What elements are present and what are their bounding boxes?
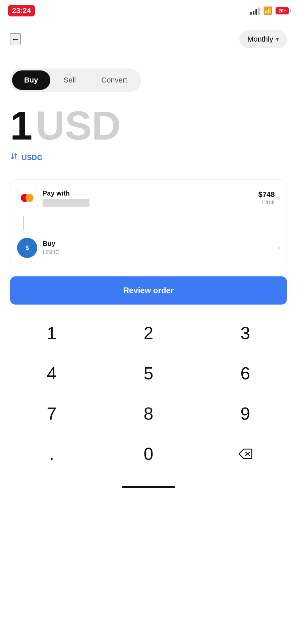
buy-title: Buy	[43, 240, 278, 248]
tab-container: Buy Sell Convert	[10, 68, 287, 92]
review-order-button[interactable]: Review order	[10, 276, 287, 305]
svg-text:$: $	[25, 245, 29, 251]
chevron-right-icon: ›	[278, 194, 280, 202]
numpad-key-3[interactable]: 3	[202, 315, 289, 352]
swap-icon	[10, 152, 18, 163]
pay-section: Pay with $748 Limit › $ Buy USDC ›	[10, 179, 287, 266]
status-bar: 23:24 📶 20+	[0, 0, 297, 20]
numpad-key-dot[interactable]: .	[8, 435, 95, 472]
numpad-key-5[interactable]: 5	[105, 355, 192, 392]
numpad-key-8[interactable]: 8	[105, 395, 192, 432]
limit-info: $748 Limit	[258, 190, 275, 206]
period-label: Monthly	[247, 35, 273, 44]
numpad-row-1: 1 2 3	[3, 315, 294, 352]
wifi-icon: 📶	[263, 6, 272, 15]
amount-display: 1 USD	[0, 102, 297, 149]
limit-label: Limit	[258, 199, 275, 206]
numpad-key-0[interactable]: 0	[105, 435, 192, 472]
numpad-row-2: 4 5 6	[3, 355, 294, 392]
signal-icon	[250, 7, 260, 15]
mastercard-icon	[17, 188, 37, 208]
pay-info: Pay with	[43, 190, 258, 207]
numpad-row-4: . 0	[3, 435, 294, 472]
home-bar	[122, 486, 175, 488]
buy-chevron-right-icon: ›	[278, 244, 280, 252]
section-divider	[23, 216, 24, 230]
numpad-row-3: 7 8 9	[3, 395, 294, 432]
pay-with-row[interactable]: Pay with $748 Limit ›	[10, 180, 287, 216]
numpad-key-backspace[interactable]	[202, 435, 289, 472]
pay-with-title: Pay with	[43, 190, 258, 197]
battery-icon: 20+	[276, 7, 289, 14]
tab-convert[interactable]: Convert	[89, 70, 139, 90]
numpad-key-7[interactable]: 7	[8, 395, 95, 432]
home-indicator	[0, 479, 297, 491]
status-icons: 📶 20+	[250, 6, 289, 15]
back-button[interactable]: ←	[10, 33, 21, 45]
numpad: 1 2 3 4 5 6 7 8 9 . 0	[0, 315, 297, 472]
numpad-key-6[interactable]: 6	[202, 355, 289, 392]
buy-info: Buy USDC	[43, 240, 278, 256]
chevron-down-icon: ▾	[276, 36, 279, 43]
period-selector-button[interactable]: Monthly ▾	[239, 30, 287, 48]
tab-sell[interactable]: Sell	[52, 70, 88, 90]
card-number-masked	[43, 199, 90, 207]
numpad-key-9[interactable]: 9	[202, 395, 289, 432]
numpad-key-1[interactable]: 1	[8, 315, 95, 352]
usdc-coin-icon: $	[17, 238, 37, 258]
tab-buy[interactable]: Buy	[12, 70, 50, 90]
limit-amount: $748	[258, 190, 275, 199]
buy-subtitle: USDC	[43, 249, 278, 256]
header: ← Monthly ▾	[0, 23, 297, 55]
status-time: 23:24	[8, 5, 35, 16]
numpad-key-4[interactable]: 4	[8, 355, 95, 392]
pay-right: $748 Limit ›	[258, 190, 280, 206]
usdc-toggle[interactable]: USDC	[0, 149, 297, 176]
usdc-label: USDC	[21, 153, 42, 162]
amount-number: 1	[10, 105, 33, 146]
amount-currency: USD	[36, 105, 121, 146]
trade-tabs: Buy Sell Convert	[10, 68, 141, 92]
numpad-key-2[interactable]: 2	[105, 315, 192, 352]
buy-row[interactable]: $ Buy USDC ›	[10, 230, 287, 266]
